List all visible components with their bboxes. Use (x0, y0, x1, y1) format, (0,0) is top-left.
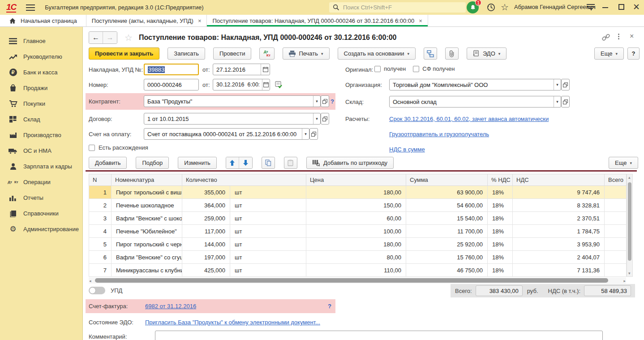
edo-button[interactable]: ЭДО▾ (467, 47, 507, 60)
invoice-number-input[interactable]: 39883 (144, 64, 199, 75)
dropdown-caret-icon[interactable]: ▾ (302, 129, 309, 139)
post-button[interactable]: Провести (213, 47, 252, 60)
calendar-icon[interactable] (261, 64, 270, 75)
table-row[interactable]: 7Миникруассаны с клубничным... 425,000шт… (89, 264, 627, 277)
invoice-date-input[interactable]: 27.12.2016 (213, 64, 270, 75)
sidebar-item-sales[interactable]: Продажи (0, 80, 82, 96)
close-window-button[interactable]: ✕ (633, 2, 640, 12)
move-row-down-button[interactable] (239, 157, 252, 168)
sf-received-checkbox[interactable] (413, 66, 419, 72)
original-received-checkbox[interactable] (374, 66, 381, 72)
vat-in-sum-link[interactable]: НДС в сумме (389, 146, 425, 153)
move-row-up-button[interactable] (226, 157, 239, 168)
invoice-fact-help-link[interactable]: ? (328, 303, 331, 310)
copy-button[interactable] (262, 157, 275, 169)
current-user-name[interactable]: Абрамов Геннадий Сергеевич (514, 4, 596, 10)
tab-close-icon[interactable]: × (419, 17, 422, 24)
add-row-button[interactable]: Добавить (89, 157, 127, 169)
discrepancies-checkbox[interactable] (89, 145, 95, 151)
sidebar-item-main[interactable]: Главное (0, 33, 82, 49)
consignor-link[interactable]: Грузоотправитель и грузополучатель (389, 131, 489, 138)
main-menu-hamburger-icon[interactable] (26, 4, 35, 11)
doc-number-input[interactable]: 0000-000246 (144, 79, 199, 90)
payment-invoice-input[interactable]: Счет от поставщика 0000-000241 от 25.12.… (144, 128, 309, 140)
table-horizontal-scrollbar[interactable]: ◂ ▸ (89, 277, 626, 284)
save-button[interactable]: Записать (167, 47, 205, 60)
global-search[interactable] (329, 2, 466, 13)
items-table[interactable]: N Номенклатура Количество Цена Сумма % Н… (89, 174, 627, 277)
close-form-icon[interactable]: × (630, 32, 634, 40)
table-row[interactable]: 2Печенье шоколадное 364,000шт 150,0054 6… (89, 199, 627, 212)
dropdown-caret-icon[interactable]: ▾ (554, 96, 561, 107)
show-postings-dtkt-button[interactable]: ДтКт (259, 47, 275, 60)
maximize-button[interactable] (618, 4, 624, 10)
open-payment-invoice-button[interactable] (309, 128, 318, 140)
settlements-link[interactable]: Срок 30.12.2016, 60.01, 60.02, зачет ава… (389, 116, 549, 122)
warehouse-input[interactable]: Основной склад ▾ (389, 96, 561, 108)
open-warehouse-button[interactable] (561, 96, 570, 108)
search-input[interactable] (342, 4, 459, 11)
open-organization-button[interactable] (561, 79, 570, 90)
window-menu-icon[interactable]: ▾ (587, 4, 595, 11)
table-row[interactable]: 4Печенье "Юбилейное" 117,000шт 100,0011 … (89, 225, 627, 238)
favorite-star-icon[interactable]: ☆ (125, 32, 133, 43)
sidebar-item-directories[interactable]: Справочники (0, 206, 82, 221)
calendar-icon[interactable] (262, 79, 270, 90)
related-documents-button[interactable] (424, 47, 437, 60)
minimize-button[interactable] (602, 7, 608, 8)
sidebar-item-reports[interactable]: Отчеты (0, 190, 82, 206)
dropdown-caret-icon[interactable]: ▾ (313, 96, 320, 107)
recurring-doc-icon[interactable] (275, 81, 283, 88)
attachments-button[interactable] (445, 47, 459, 60)
edit-row-button[interactable]: Изменить (178, 157, 217, 169)
dropdown-caret-icon[interactable]: ▾ (313, 113, 320, 124)
tab-document-list[interactable]: Поступление (акты, накладные, УПД) × (86, 15, 207, 26)
more-button[interactable]: Еще▾ (594, 47, 624, 60)
table-row[interactable]: 6Вафли "Венские" со сгущенны... 197,000ш… (89, 251, 627, 264)
tab-document-current[interactable]: Поступление товаров: Накладная, УПД 0000… (207, 15, 428, 26)
help-button[interactable]: ? (627, 47, 640, 60)
open-counterparty-button[interactable] (321, 95, 329, 107)
form-splitter[interactable] (86, 170, 637, 172)
table-row[interactable]: 5Пирог тирольский с черникой 144,000шт 1… (89, 238, 627, 251)
counterparty-help-link[interactable]: ? (331, 98, 334, 105)
sidebar-item-bank-cash[interactable]: ₽ Банк и касса (0, 65, 82, 80)
post-and-close-button[interactable]: Провести и закрыть (89, 47, 159, 60)
counterparty-input[interactable]: База "Продукты" ▾ (144, 95, 321, 107)
print-button[interactable]: Печать▾ (283, 47, 329, 60)
table-more-button[interactable]: Еще▾ (609, 157, 638, 169)
add-by-barcode-button[interactable]: Добавить по штрихкоду (306, 157, 394, 169)
create-based-on-button[interactable]: Создать на основании▾ (338, 47, 416, 60)
doc-date-input[interactable]: 30.12.2016 6:00:00 (213, 79, 270, 90)
table-row[interactable]: 3Вафли "Венские" с шоколадом 259,000шт 6… (89, 212, 627, 225)
sidebar-item-purchases[interactable]: Покупки (0, 96, 82, 112)
invoice-fact-link[interactable]: 6982 от 31.12.2016 (145, 303, 196, 310)
dropdown-caret-icon[interactable]: ▾ (554, 79, 561, 90)
sidebar-item-manager[interactable]: Руководителю (0, 49, 82, 65)
notifications-bell-icon[interactable]: 1 (467, 1, 479, 13)
sidebar-item-production[interactable]: Производство (0, 127, 82, 143)
sidebar-item-fixed-assets[interactable]: ОС и НМА (0, 143, 82, 159)
organization-input[interactable]: Торговый дом "Комплексный" ООО ▾ (389, 79, 561, 90)
upd-toggle[interactable] (89, 287, 105, 294)
tab-close-icon[interactable]: × (198, 17, 202, 24)
nav-forward-button[interactable]: → (103, 32, 117, 43)
comment-input[interactable] (155, 331, 603, 340)
paste-button[interactable] (284, 157, 297, 169)
table-vertical-scrollbar[interactable]: ▴ ▾ (627, 174, 633, 277)
sidebar-item-payroll-hr[interactable]: Зарплата и кадры (0, 159, 82, 174)
get-link-icon[interactable] (602, 34, 610, 41)
sidebar-item-administration[interactable]: ⚙ Администрирование (0, 221, 82, 237)
pick-button[interactable]: Подбор (136, 157, 169, 169)
open-contract-button[interactable] (321, 113, 329, 125)
table-row[interactable]: 1Пирог тирольский с вишней 355,000шт 180… (89, 186, 627, 199)
favorites-star-icon[interactable]: ☆ (500, 2, 510, 12)
sidebar-item-operations[interactable]: ДтКт Операции (0, 174, 82, 190)
tab-home[interactable]: Начальная страница (0, 15, 86, 26)
nav-back-button[interactable]: ← (89, 32, 103, 43)
more-kebab-icon[interactable] (618, 34, 619, 39)
edo-state-link[interactable]: Пригласить База "Продукты" к обмену элек… (145, 319, 320, 326)
sidebar-item-warehouse[interactable]: Склад (0, 112, 82, 127)
contract-input[interactable]: 1 от 10.01.2015 ▾ (144, 113, 321, 125)
history-icon[interactable] (486, 3, 496, 12)
